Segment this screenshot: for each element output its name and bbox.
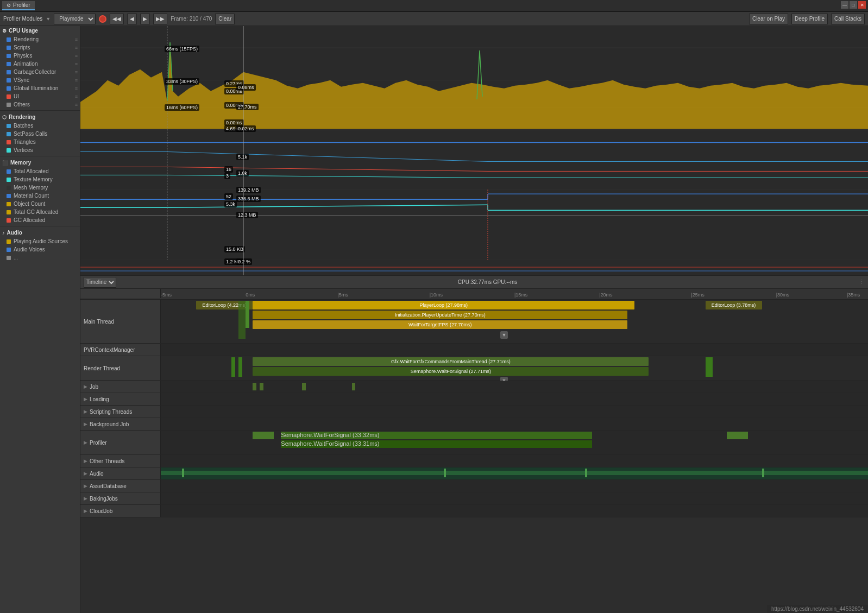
scripting-expand-icon[interactable]: ▶ [84, 409, 87, 414]
call-stacks-btn[interactable]: Call Stacks [831, 14, 865, 24]
other-threads-expand-icon[interactable]: ▶ [84, 458, 87, 464]
ruler-tick-20: |20ms [599, 292, 612, 298]
sidebar-item-scripts[interactable]: Scripts ≡ [0, 43, 80, 52]
bgjob-expand-icon[interactable]: ▶ [84, 421, 87, 427]
deep-profile-btn[interactable]: Deep Profile [791, 14, 828, 24]
audio-thread-content[interactable] [161, 467, 868, 479]
sidebar-item-physics[interactable]: Physics ≡ [0, 52, 80, 60]
bakingjobs-label[interactable]: ▶ BakingJobs [80, 492, 161, 504]
job-label[interactable]: ▶ Job [80, 381, 161, 393]
others-menu-icon[interactable]: ≡ [75, 102, 78, 108]
step-prev-btn[interactable]: ◀ [127, 14, 137, 24]
render-thread-label[interactable]: Render Thread [80, 356, 161, 380]
sidebar-item-gc[interactable]: GarbageCollector ≡ [0, 68, 80, 76]
render-thread-content[interactable]: Gfx.WaitForGfxCommandsFromMainThread (27… [161, 356, 868, 380]
sidebar-item-audio-voices[interactable]: Audio Voices [0, 245, 80, 254]
sidebar-item-batches[interactable]: Batches [0, 122, 80, 130]
sidebar-item-triangles[interactable]: Triangles [0, 138, 80, 146]
maximize-btn[interactable]: □ [850, 1, 857, 9]
profiler-thread-row: ▶ Profiler Semaphore.WaitForSignal (33.3… [80, 431, 868, 455]
audio-thread-label[interactable]: ▶ Audio [80, 467, 161, 479]
expand-arrow[interactable]: ▼ [500, 331, 508, 339]
sidebar-item-material-count[interactable]: Material Count [0, 192, 80, 200]
sidebar-item-gi[interactable]: Global Illumination ≡ [0, 84, 80, 92]
gc-menu-icon[interactable]: ≡ [75, 69, 78, 75]
toolbar: Profiler Modules ▼ Playmode ◀◀ ◀ ▶ ▶▶ Fr… [0, 12, 868, 26]
other-threads-row: ▶ Other Threads [80, 455, 868, 467]
job-expand-icon[interactable]: ▶ [84, 384, 87, 389]
loading-label[interactable]: ▶ Loading [80, 393, 161, 405]
close-btn[interactable]: ✕ [858, 1, 866, 9]
cloudjob-label[interactable]: ▶ CloudJob [80, 505, 161, 517]
timeline-select[interactable]: Timeline [84, 277, 116, 288]
bgjob-label[interactable]: ▶ Background Job [80, 418, 161, 430]
gi-menu-icon[interactable]: ≡ [75, 86, 78, 91]
job-content[interactable] [161, 381, 868, 393]
sidebar-item-others[interactable]: Others ≡ [0, 100, 80, 109]
bakingjobs-content[interactable] [161, 492, 868, 504]
dropdown-arrow[interactable]: ▼ [46, 16, 51, 22]
ui-color [7, 94, 11, 99]
animation-color [7, 62, 11, 66]
audio-expand-icon[interactable]: ▶ [84, 471, 87, 476]
minimize-btn[interactable]: — [841, 1, 848, 9]
main-thread-label[interactable]: Main Thread [80, 300, 161, 343]
sidebar-item-gc-alloc[interactable]: GC Allocated [0, 216, 80, 224]
charts-svg [80, 26, 868, 275]
scripting-label[interactable]: ▶ Scripting Threads [80, 406, 161, 418]
clear-on-play-btn[interactable]: Clear on Play [749, 14, 788, 24]
bgjob-content[interactable] [161, 418, 868, 430]
ui-menu-icon[interactable]: ≡ [75, 94, 78, 99]
player-loop-bar: PlayerLoop (27.98ms) [253, 301, 634, 309]
scripting-content[interactable] [161, 406, 868, 418]
physics-menu-icon[interactable]: ≡ [75, 53, 78, 59]
record-btn[interactable] [99, 15, 106, 23]
step-next-btn[interactable]: ▶ [140, 14, 150, 24]
other-threads-name: Other Threads [90, 458, 124, 464]
bakingjobs-expand-icon[interactable]: ▶ [84, 496, 87, 501]
sidebar-item-mesh-mem[interactable]: Mesh Memory [0, 184, 80, 192]
profiler-thread-label[interactable]: ▶ Profiler [80, 431, 161, 454]
main-thread-content[interactable]: EditorLoop (4.22ms) PlayerLoop (27.98ms)… [161, 300, 868, 343]
other-threads-label[interactable]: ▶ Other Threads [80, 455, 161, 467]
pvr-thread-label[interactable]: PVRContextManager [80, 344, 161, 356]
sidebar-item-setpass[interactable]: SetPass Calls [0, 130, 80, 138]
pvr-thread-content[interactable] [161, 344, 868, 356]
sidebar-item-object-count[interactable]: Object Count [0, 200, 80, 208]
assetdb-expand-icon[interactable]: ▶ [84, 483, 87, 489]
timeline-options-icon[interactable]: ⋮ [859, 279, 865, 286]
step-end-btn[interactable]: ▶▶ [153, 14, 167, 24]
sidebar-item-audio-extra[interactable]: ... [0, 254, 80, 262]
step-back-btn[interactable]: ◀◀ [110, 14, 124, 24]
sidebar-item-total-alloc[interactable]: Total Allocated [0, 167, 80, 175]
profiler-thread-content[interactable]: Semaphore.WaitForSignal (33.32ms) Semaph… [161, 431, 868, 454]
sidebar-item-total-gc-alloc[interactable]: Total GC Allocated [0, 208, 80, 216]
sidebar-item-playing-audio[interactable]: Playing Audio Sources [0, 237, 80, 245]
v16-label: 16 [224, 166, 233, 173]
sidebar-item-rendering[interactable]: Rendering ≡ [0, 35, 80, 43]
assetdb-content[interactable] [161, 480, 868, 492]
sidebar: ⚙ CPU Usage Rendering ≡ Scripts ≡ Physic… [0, 26, 80, 613]
animation-menu-icon[interactable]: ≡ [75, 61, 78, 67]
sidebar-item-texture-mem[interactable]: Texture Memory [0, 175, 80, 184]
audio-section-header: ♪ Audio [0, 228, 80, 237]
other-threads-content[interactable] [161, 455, 868, 467]
sidebar-item-animation[interactable]: Animation ≡ [0, 60, 80, 68]
v123-label: 12.3 MB [236, 212, 258, 218]
profiler-tab[interactable]: ⚙ Profiler [2, 1, 35, 10]
loading-expand-icon[interactable]: ▶ [84, 396, 87, 402]
svg-rect-34 [80, 260, 868, 275]
assetdb-label[interactable]: ▶ AssetDatabase [80, 480, 161, 492]
scripts-menu-icon[interactable]: ≡ [75, 45, 78, 50]
sidebar-item-vertices[interactable]: Vertices [0, 146, 80, 154]
clear-btn[interactable]: Clear [215, 14, 235, 24]
cloudjob-content[interactable] [161, 505, 868, 517]
vsync-menu-icon[interactable]: ≡ [75, 78, 78, 83]
cloudjob-expand-icon[interactable]: ▶ [84, 508, 87, 514]
profiler-expand-icon[interactable]: ▶ [84, 440, 87, 445]
sidebar-item-ui[interactable]: UI ≡ [0, 92, 80, 100]
loading-content[interactable] [161, 393, 868, 405]
playmode-select[interactable]: Playmode [54, 14, 96, 24]
sidebar-item-vsync[interactable]: VSync ≡ [0, 76, 80, 84]
rendering-menu-icon[interactable]: ≡ [75, 37, 78, 42]
